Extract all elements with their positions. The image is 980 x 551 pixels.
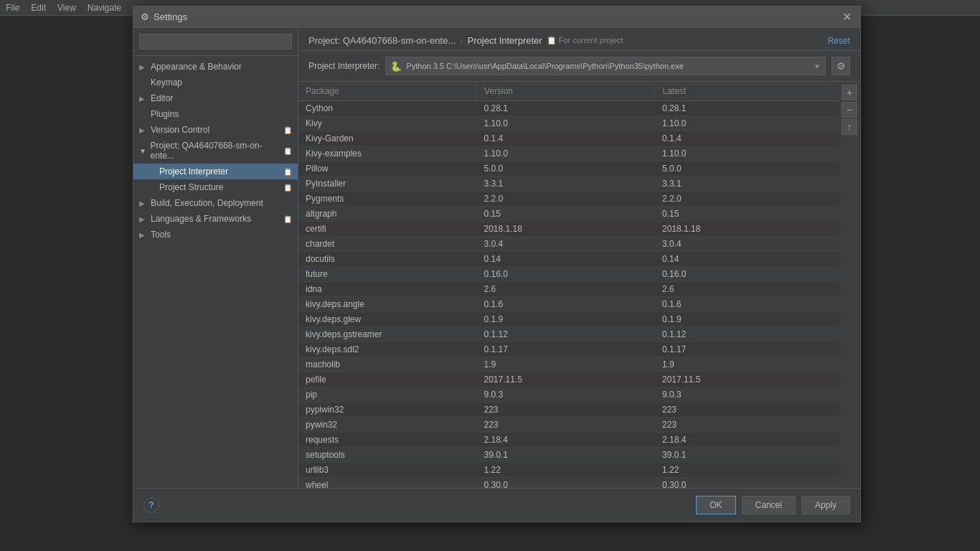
cell-version: 0.1.12	[476, 327, 654, 342]
sidebar-item-appearance[interactable]: ▶ Appearance & Behavior	[133, 59, 298, 75]
footer-right: OK Cancel Apply	[696, 496, 850, 514]
table-row[interactable]: altgraph0.150.15	[298, 207, 839, 222]
menu-navigate[interactable]: Navigate	[88, 3, 121, 13]
sidebar-item-label: Appearance & Behavior	[151, 62, 242, 72]
cell-package: kivy.deps.sdl2	[298, 342, 476, 357]
cell-version: 0.1.4	[476, 131, 654, 146]
table-row[interactable]: kivy.deps.sdl20.1.170.1.17	[298, 342, 839, 357]
table-row[interactable]: PyInstaller3.3.13.3.1	[298, 176, 839, 192]
cell-package: Pillow	[298, 161, 476, 176]
table-row[interactable]: Pygments2.2.02.2.0	[298, 192, 839, 207]
table-row[interactable]: urllib31.221.22	[298, 463, 839, 478]
cancel-button[interactable]: Cancel	[742, 496, 796, 514]
table-row[interactable]: pypiwin32223223	[298, 402, 839, 418]
search-wrapper: 🔍	[139, 34, 292, 50]
apply-button[interactable]: Apply	[801, 496, 850, 514]
dialog-body: 🔍 ▶ Appearance & Behavior Keymap ▶	[133, 28, 860, 488]
table-row[interactable]: docutils0.140.14	[298, 252, 839, 267]
sidebar-item-build-execution[interactable]: ▶ Build, Execution, Deployment	[133, 195, 298, 211]
close-button[interactable]: ✕	[840, 11, 853, 24]
cell-latest: 2.18.4	[655, 433, 839, 448]
cell-latest: 0.1.9	[655, 312, 839, 327]
table-row[interactable]: pefile2017.11.52017.11.5	[298, 372, 839, 387]
sidebar-item-keymap[interactable]: Keymap	[133, 75, 298, 90]
sidebar-item-editor[interactable]: ▶ Editor	[133, 90, 298, 106]
table-row[interactable]: kivy.deps.glew0.1.90.1.9	[298, 312, 839, 327]
help-button[interactable]: ?	[143, 497, 159, 513]
cell-version: 0.30.0	[476, 478, 654, 489]
sidebar-item-tools[interactable]: ▶ Tools	[133, 227, 298, 242]
cell-version: 2.2.0	[476, 192, 654, 207]
table-row[interactable]: Kivy-Garden0.1.40.1.4	[298, 131, 839, 146]
cell-latest: 3.3.1	[655, 176, 839, 192]
cell-version: 1.22	[476, 463, 654, 478]
remove-package-button[interactable]: −	[842, 102, 857, 118]
sidebar-item-plugins[interactable]: Plugins	[133, 106, 298, 122]
cell-latest: 1.22	[655, 463, 839, 478]
menu-view[interactable]: View	[57, 3, 76, 13]
table-row[interactable]: Kivy1.10.01.10.0	[298, 116, 839, 131]
dialog-footer: ? OK Cancel Apply	[133, 488, 860, 522]
sidebar-item-version-control[interactable]: ▶ Version Control 📋	[133, 122, 298, 138]
interpreter-settings-button[interactable]: ⚙	[831, 57, 850, 75]
cell-latest: 2017.11.5	[655, 372, 839, 387]
cell-latest: 0.1.17	[655, 342, 839, 357]
search-input[interactable]	[139, 34, 292, 50]
interpreter-select[interactable]: 🐍 Python 3.5 C:\Users\usr\AppData\Local\…	[385, 57, 826, 75]
dialog-title-text: Settings	[154, 11, 187, 22]
cell-version: 0.16.0	[476, 267, 654, 282]
cell-latest: 0.1.12	[655, 327, 839, 342]
breadcrumb-project: Project: QA46407668-sm-on-ente...	[308, 35, 456, 46]
table-row[interactable]: requests2.18.42.18.4	[298, 433, 839, 448]
table-row[interactable]: Kivy-examples1.10.01.10.0	[298, 146, 839, 161]
table-row[interactable]: kivy.deps.angle0.1.60.1.6	[298, 297, 839, 312]
cell-package: pip	[298, 387, 476, 402]
reset-button[interactable]: Reset	[828, 36, 850, 46]
menu-edit[interactable]: Edit	[31, 3, 46, 13]
ok-button[interactable]: OK	[696, 496, 735, 514]
sidebar-item-languages-frameworks[interactable]: ▶ Languages & Frameworks 📋	[133, 211, 298, 227]
cell-latest: 0.28.1	[655, 101, 839, 116]
sidebar-item-project-structure[interactable]: Project Structure 📋	[133, 179, 298, 195]
cell-package: Cython	[298, 101, 476, 116]
col-package: Package	[298, 82, 476, 101]
table-row[interactable]: wheel0.30.00.30.0	[298, 478, 839, 489]
sidebar-item-project-interpreter[interactable]: Project Interpreter 📋	[133, 164, 298, 179]
cell-version: 2.6	[476, 282, 654, 297]
cell-package: altgraph	[298, 207, 476, 222]
dropdown-arrow-icon: ▼	[814, 62, 821, 70]
copy-icon: 📋	[283, 147, 292, 155]
breadcrumb-separator: ›	[460, 35, 463, 46]
table-row[interactable]: pywin32223223	[298, 418, 839, 433]
sidebar-tree: ▶ Appearance & Behavior Keymap ▶ Editor …	[133, 56, 298, 488]
sidebar-item-label: Project Structure	[159, 182, 223, 192]
cell-latest: 1.9	[655, 357, 839, 372]
table-row[interactable]: Cython0.28.10.28.1	[298, 101, 839, 116]
cell-package: kivy.deps.angle	[298, 297, 476, 312]
table-row[interactable]: setuptools39.0.139.0.1	[298, 448, 839, 463]
table-row[interactable]: certifi2018.1.182018.1.18	[298, 222, 839, 237]
python-icon: 🐍	[390, 61, 402, 72]
table-row[interactable]: chardet3.0.43.0.4	[298, 237, 839, 252]
menu-file[interactable]: File	[6, 3, 19, 13]
table-row[interactable]: macholib1.91.9	[298, 357, 839, 372]
arrow-icon: ▶	[139, 199, 148, 207]
cell-latest: 9.0.3	[655, 387, 839, 402]
table-row[interactable]: future0.16.00.16.0	[298, 267, 839, 282]
table-row[interactable]: idna2.62.6	[298, 282, 839, 297]
sidebar-item-project[interactable]: ▼ Project: QA46407668-sm-on-ente... 📋	[133, 138, 298, 164]
table-row[interactable]: kivy.deps.gstreamer0.1.120.1.12	[298, 327, 839, 342]
cell-package: certifi	[298, 222, 476, 237]
arrow-icon: ▼	[139, 147, 148, 155]
table-row[interactable]: pip9.0.39.0.3	[298, 387, 839, 402]
table-row[interactable]: Pillow5.0.05.0.0	[298, 161, 839, 176]
cell-package: kivy.deps.gstreamer	[298, 327, 476, 342]
add-package-button[interactable]: +	[842, 85, 857, 100]
cell-latest: 0.14	[655, 252, 839, 267]
cell-package: wheel	[298, 478, 476, 489]
cell-package: PyInstaller	[298, 176, 476, 192]
footer-left: ?	[143, 497, 159, 513]
table-scroll[interactable]: Package Version Latest Cython0.28.10.28.…	[298, 82, 839, 488]
upgrade-package-button[interactable]: ↑	[842, 119, 857, 135]
settings-content: Project: QA46407668-sm-on-ente... › Proj…	[298, 28, 860, 488]
